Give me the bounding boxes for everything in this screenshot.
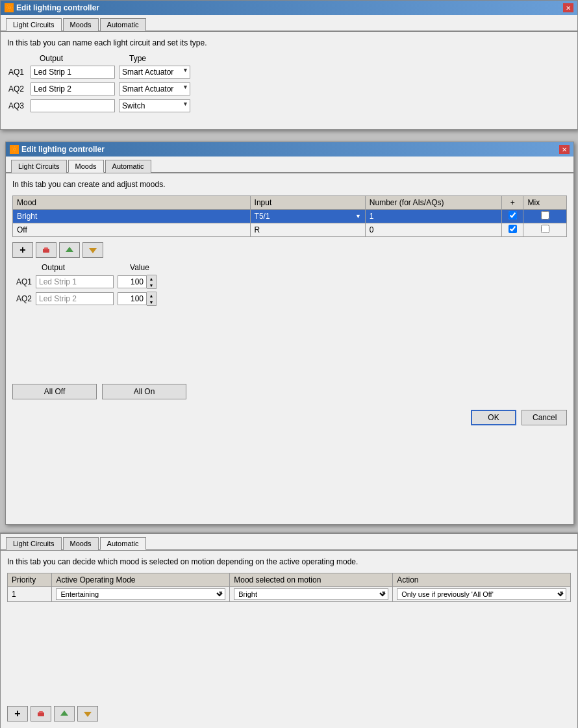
auto-row1-action-dropdown-wrapper: Only use if previously 'All Off' Always …	[397, 588, 566, 600]
aq1-output-input[interactable]	[31, 66, 115, 79]
aq3-output-input[interactable]	[31, 99, 115, 112]
tab-automatic-2[interactable]: Automatic	[105, 160, 151, 173]
tab-light-circuits-2[interactable]: Light Circuits	[11, 160, 67, 173]
svg-marker-2	[66, 247, 73, 252]
mood-row-off[interactable]: Off R 0	[13, 223, 567, 237]
svg-marker-3	[89, 248, 97, 253]
circuit-row-aq3: AQ3 Smart Actuator Switch Dimmer	[7, 99, 571, 112]
auto-row1-mood-dropdown[interactable]: Bright Off	[234, 588, 388, 600]
tab-light-circuits-3[interactable]: Light Circuits	[6, 537, 62, 550]
aq2-label: AQ2	[7, 84, 27, 94]
aq2-output-input[interactable]	[31, 82, 115, 95]
aq1-label: AQ1	[7, 68, 27, 77]
output-col-header: Output	[42, 263, 65, 272]
output-aq2-value-input[interactable]	[118, 292, 147, 305]
mood-off-mix-check[interactable]	[523, 223, 567, 237]
svg-marker-7	[84, 712, 92, 717]
section3-tab-bar: Light Circuits Moods Automatic	[1, 533, 577, 551]
output-aq1-spin-up[interactable]: ▲	[147, 275, 156, 282]
down-arrow-icon	[88, 245, 97, 255]
window1-titlebar: 🔆 Edit lighting controller ✕	[1, 1, 577, 15]
output-aq2-value-spinner: ▲ ▼	[118, 292, 157, 306]
mood-row-bright[interactable]: Bright T5/1 ▼ 1	[13, 210, 567, 223]
window1-icon: 🔆	[5, 3, 14, 12]
svg-rect-1	[44, 247, 48, 249]
col-mix-header: Mix	[523, 196, 567, 210]
ok-button[interactable]: OK	[471, 410, 516, 425]
col-input-header: Input	[250, 196, 365, 210]
automatic-table: Priority Active Operating Mode Mood sele…	[7, 573, 571, 602]
delete-mood-button[interactable]	[36, 242, 57, 258]
auto-row1-mood: Bright Off	[230, 587, 393, 602]
auto-row1-action-dropdown[interactable]: Only use if previously 'All Off' Always …	[397, 588, 566, 600]
automatic-toolbar: +	[7, 706, 571, 722]
window1-close-button[interactable]: ✕	[563, 3, 573, 12]
move-down-button[interactable]	[82, 242, 103, 258]
tab-moods-2[interactable]: Moods	[68, 160, 104, 173]
window1-tab-bar: Light Circuits Moods Automatic	[1, 15, 577, 32]
tab-automatic-3[interactable]: Automatic	[100, 537, 146, 550]
circuit-row-aq1: AQ1 Smart Actuator Switch Dimmer	[7, 66, 571, 79]
all-on-button[interactable]: All On	[102, 384, 186, 399]
col-plus-header: +	[502, 196, 523, 210]
mood-bright-number: 1	[365, 210, 501, 223]
window2-title: 🔆 Edit lighting controller	[10, 145, 105, 154]
auto-row1-action: Only use if previously 'All Off' Always …	[393, 587, 571, 602]
output-aq1-name-input[interactable]	[36, 275, 114, 288]
down-arrow2-icon	[83, 709, 92, 718]
move-up-button[interactable]	[59, 242, 80, 258]
mood-bright-mix-check[interactable]	[523, 210, 567, 223]
aq3-label: AQ3	[7, 101, 27, 110]
window2-titlebar: 🔆 Edit lighting controller ✕	[6, 142, 573, 157]
window2: 🔆 Edit lighting controller ✕ Light Circu…	[5, 142, 574, 525]
tab-automatic-1[interactable]: Automatic	[100, 18, 146, 31]
mood-off-input: R	[250, 223, 365, 237]
output-aq2-spin-up[interactable]: ▲	[147, 292, 156, 299]
all-off-button[interactable]: All Off	[12, 384, 97, 399]
window2-description: In this tab you can create and adjust mo…	[12, 180, 567, 189]
aq3-type-dropdown[interactable]: Smart Actuator Switch Dimmer	[119, 99, 190, 112]
col-action-header: Action	[393, 573, 571, 587]
output-aq1-value-input[interactable]	[118, 275, 147, 288]
col-output-header: Output	[40, 54, 124, 63]
col-number-header: Number (for AIs/AQs)	[365, 196, 501, 210]
aq1-type-dropdown-wrapper: Smart Actuator Switch Dimmer	[119, 66, 190, 79]
cancel-button[interactable]: Cancel	[521, 410, 567, 425]
tab-moods-3[interactable]: Moods	[63, 537, 99, 550]
output-aq1-value-spinner: ▲ ▼	[118, 275, 157, 289]
section3-content: In this tab you can decide which mood is…	[1, 551, 577, 728]
move-up-auto-button[interactable]	[54, 706, 75, 722]
auto-row1-mode-dropdown[interactable]: Entertaining Normal Movie	[56, 588, 225, 600]
window1-description: In this tab you can name each light circ…	[7, 38, 571, 47]
delete-auto-button[interactable]	[31, 706, 51, 722]
window2-tab-bar: Light Circuits Moods Automatic	[6, 157, 573, 173]
add-auto-button[interactable]: +	[7, 706, 28, 722]
mood-bright-input: T5/1 ▼	[250, 210, 365, 223]
aq2-type-dropdown[interactable]: Smart Actuator Switch Dimmer	[119, 82, 190, 95]
output-aq2-spinner-btns: ▲ ▼	[147, 292, 157, 306]
window1-title: 🔆 Edit lighting controller	[5, 3, 99, 12]
col-priority-header: Priority	[8, 573, 52, 587]
aq1-type-dropdown[interactable]: Smart Actuator Switch Dimmer	[119, 66, 190, 79]
section3: Light Circuits Moods Automatic In this t…	[0, 533, 578, 728]
output-aq2-spin-dn[interactable]: ▼	[147, 299, 156, 305]
output-row-aq2: AQ2 ▲ ▼	[12, 292, 567, 306]
mood-bright-plus-check[interactable]	[502, 210, 523, 223]
moods-toolbar: +	[12, 242, 567, 258]
tab-moods-1[interactable]: Moods	[63, 18, 99, 31]
output-aq2-label: AQ2	[12, 294, 32, 303]
section3-description: In this tab you can decide which mood is…	[7, 557, 571, 566]
col-type-header: Type	[129, 54, 146, 63]
output-aq1-spin-dn[interactable]: ▼	[147, 282, 156, 288]
window2-close-button[interactable]: ✕	[559, 145, 570, 154]
move-down-auto-button[interactable]	[77, 706, 98, 722]
tab-light-circuits-1[interactable]: Light Circuits	[6, 18, 62, 31]
automatic-row-1: 1 Entertaining Normal Movie	[8, 587, 571, 602]
mood-off-plus-check[interactable]	[502, 223, 523, 237]
output-aq1-label: AQ1	[12, 277, 32, 286]
add-mood-button[interactable]: +	[12, 242, 33, 258]
auto-row1-mode: Entertaining Normal Movie	[52, 587, 230, 602]
up-arrow2-icon	[60, 709, 69, 718]
output-aq2-name-input[interactable]	[36, 292, 114, 305]
value-col-header: Value	[130, 263, 149, 272]
